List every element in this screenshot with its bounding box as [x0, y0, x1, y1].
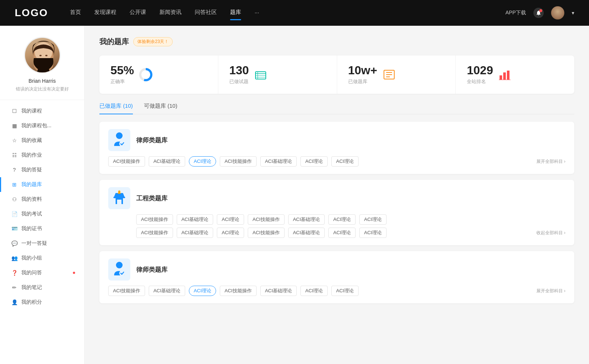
- app-download-button[interactable]: APP下载: [505, 10, 526, 16]
- sidebar-item-my-qa[interactable]: ? 我的答疑: [0, 163, 84, 177]
- sidebar-item-my-data[interactable]: ⚇ 我的资料: [0, 192, 84, 207]
- eng-tag-2[interactable]: ACI基础理论: [177, 214, 214, 225]
- bell-icon: [536, 10, 542, 16]
- sidebar-item-label: 我的作业: [21, 152, 42, 158]
- eng-tag-8[interactable]: ACI技能操作: [136, 228, 173, 238]
- nav-bank[interactable]: 题库: [230, 9, 241, 17]
- notification-bell[interactable]: [533, 8, 544, 18]
- accuracy-pie-chart: [139, 68, 152, 81]
- sidebar-item-label: 我的答疑: [21, 167, 42, 173]
- svg-rect-19: [113, 197, 125, 198]
- nav-open[interactable]: 公开课: [130, 9, 146, 17]
- l2-tag-4[interactable]: ACI技能操作: [220, 286, 257, 296]
- l2-tag-1[interactable]: ACI技能操作: [108, 286, 145, 296]
- stat-done-questions-label: 已做试题: [229, 78, 249, 85]
- nav-more[interactable]: ···: [254, 9, 259, 17]
- header-right: APP下载 ▾: [505, 6, 574, 19]
- stat-done-banks-label: 已做题库: [348, 78, 377, 85]
- orange-list-icon: [383, 69, 395, 81]
- l2-tag-2[interactable]: ACI基础理论: [149, 286, 186, 296]
- construction-svg: [110, 189, 128, 207]
- tab-done[interactable]: 已做题库 (10): [99, 103, 133, 114]
- profile-section: Brian Harris 错误的决定比没有决定要好: [0, 37, 84, 100]
- tag-4[interactable]: ACI技能操作: [220, 156, 257, 167]
- sidebar-item-label: 我的小组: [21, 255, 42, 261]
- sidebar-item-my-favorites[interactable]: ☆ 我的收藏: [0, 133, 84, 148]
- eng-tag-4[interactable]: ACI技能操作: [248, 214, 285, 225]
- stat-done-banks: 10w+ 已做题库: [337, 56, 456, 94]
- red-bar-icon: [499, 69, 511, 81]
- tag-5[interactable]: ACI基础理论: [260, 156, 297, 167]
- main-nav: 首页 发现课程 公开课 新闻资讯 问答社区 题库 ···: [70, 9, 505, 17]
- l2-tag-3-highlighted[interactable]: ACI理论: [189, 286, 216, 296]
- eng-tag-9[interactable]: ACI基础理论: [177, 228, 214, 238]
- sidebar-item-label: 我的问答: [21, 270, 42, 276]
- svg-point-23: [116, 262, 123, 268]
- nav-home[interactable]: 首页: [70, 9, 81, 17]
- tag-6[interactable]: ACI理论: [300, 156, 328, 167]
- eng-tag-5[interactable]: ACI基础理论: [288, 214, 325, 225]
- stat-accuracy-label: 正确率: [110, 78, 134, 85]
- tag-3-highlighted[interactable]: ACI理论: [189, 156, 216, 167]
- eng-tag-6[interactable]: ACI理论: [328, 214, 356, 225]
- eng-tag-14[interactable]: ACI理论: [359, 228, 387, 238]
- usergroup-icon: ⚇: [11, 196, 18, 203]
- tag-2[interactable]: ACI基础理论: [149, 156, 186, 167]
- bank-section-lawyer-2: 律师类题库 ACI技能操作 ACI基础理论 ACI理论 ACI技能操作 ACI基…: [99, 251, 574, 303]
- sidebar-item-my-points[interactable]: 👤 我的积分: [0, 295, 84, 310]
- sidebar-item-my-exam[interactable]: 📄 我的考试: [0, 207, 84, 221]
- certificate-icon: 🪪: [11, 225, 18, 232]
- tag-7[interactable]: ACI理论: [331, 156, 359, 167]
- eng-tag-7[interactable]: ACI理论: [359, 214, 387, 225]
- eng-tag-13[interactable]: ACI理论: [328, 228, 356, 238]
- sidebar-item-label: 我的收藏: [21, 137, 42, 144]
- lawyer-icon-1: [108, 129, 130, 151]
- bank-name-engineering: 工程类题库: [136, 194, 167, 203]
- filetext-icon: 📄: [11, 211, 18, 217]
- eng-tag-11[interactable]: ACI技能操作: [248, 228, 285, 238]
- collapse-button[interactable]: 收起全部科目 ›: [536, 230, 565, 236]
- bank-header-engineering: 工程类题库: [108, 187, 565, 209]
- expand-button-2[interactable]: 展开全部科目 ›: [536, 288, 565, 294]
- sidebar-item-my-bank[interactable]: ⊞ 我的题库: [0, 177, 84, 192]
- expand-button-1[interactable]: 展开全部科目 ›: [536, 158, 565, 165]
- tabs-row: 已做题库 (10) 可做题库 (10): [99, 103, 574, 114]
- nav-news[interactable]: 新闻资讯: [159, 9, 181, 17]
- clipboard-icon: ☷: [11, 152, 18, 158]
- sidebar-item-label: 我的课程包...: [21, 122, 52, 129]
- sidebar-item-label: 我的积分: [21, 299, 42, 306]
- l2-tag-5[interactable]: ACI基础理论: [260, 286, 297, 296]
- l2-tag-6[interactable]: ACI理论: [300, 286, 328, 296]
- nav-discover[interactable]: 发现课程: [94, 9, 116, 17]
- eng-tag-1[interactable]: ACI技能操作: [136, 214, 173, 225]
- person-icon: 👤: [11, 299, 18, 306]
- stat-done-banks-value: 10w+: [348, 64, 377, 76]
- bank-section-engineering: 工程类题库 ACI技能操作 ACI基础理论 ACI理论 ACI技能操作 ACI基…: [99, 180, 574, 245]
- eng-tag-10[interactable]: ACI理论: [217, 228, 244, 238]
- barchart-icon: ▦: [11, 122, 18, 129]
- sidebar-item-one-on-one[interactable]: 💬 一对一答疑: [0, 236, 84, 251]
- sidebar-item-my-question[interactable]: ❓ 我的问答: [0, 265, 84, 280]
- l2-tag-7[interactable]: ACI理论: [331, 286, 359, 296]
- svg-rect-14: [503, 72, 506, 80]
- tab-todo[interactable]: 可做题库 (10): [144, 103, 177, 114]
- sidebar-item-my-homework[interactable]: ☷ 我的作业: [0, 148, 84, 163]
- sidebar-item-label: 我的证书: [21, 225, 42, 232]
- avatar[interactable]: [551, 6, 564, 19]
- bank-tags-lawyer-1: ACI技能操作 ACI基础理论 ACI理论 ACI技能操作 ACI基础理论 AC…: [108, 156, 565, 167]
- eng-tag-3[interactable]: ACI理论: [217, 214, 244, 225]
- eng-tag-12[interactable]: ACI基础理论: [288, 228, 325, 238]
- sidebar-item-my-notes[interactable]: ✏ 我的笔记: [0, 280, 84, 295]
- sidebar-item-label: 我的课程: [21, 108, 42, 114]
- bank-name-lawyer-1: 律师类题库: [136, 136, 167, 144]
- chat-icon: 💬: [11, 240, 18, 247]
- nav-qa[interactable]: 问答社区: [195, 9, 217, 17]
- sidebar-item-my-group[interactable]: 👥 我的小组: [0, 251, 84, 265]
- sidebar-item-my-cert[interactable]: 🪪 我的证书: [0, 221, 84, 236]
- bank-section-lawyer-1: 律师类题库 ACI技能操作 ACI基础理论 ACI理论 ACI技能操作 ACI基…: [99, 122, 574, 174]
- tag-1[interactable]: ACI技能操作: [108, 156, 145, 167]
- dropdown-arrow[interactable]: ▾: [572, 10, 574, 16]
- sidebar-item-my-course[interactable]: ☐ 我的课程: [0, 104, 84, 118]
- sidebar-item-label: 一对一答疑: [21, 240, 47, 247]
- sidebar-item-my-coursepack[interactable]: ▦ 我的课程包...: [0, 118, 84, 133]
